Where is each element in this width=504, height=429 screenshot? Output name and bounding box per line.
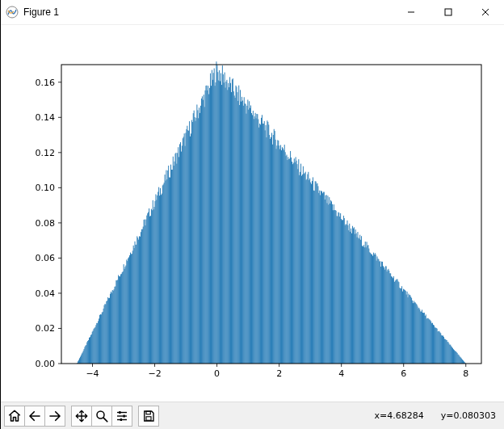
svg-rect-285: [287, 155, 288, 364]
app-icon: [6, 6, 19, 19]
svg-rect-367: [347, 225, 348, 364]
svg-rect-501: [448, 342, 449, 364]
svg-rect-177: [206, 86, 207, 364]
svg-rect-152: [187, 126, 187, 364]
svg-rect-200: [223, 74, 224, 364]
svg-rect-172: [202, 96, 203, 364]
x-tick-label: 8: [463, 368, 468, 379]
svg-rect-274: [278, 141, 279, 364]
svg-rect-188: [214, 69, 215, 364]
svg-rect-507: [452, 348, 453, 364]
titlebar: Figure 1: [1, 0, 504, 25]
minimize-button[interactable]: [393, 0, 430, 24]
configure-subplots-button[interactable]: [111, 406, 132, 427]
svg-rect-485: [436, 328, 437, 364]
svg-rect-466: [422, 309, 422, 364]
svg-rect-476: [429, 319, 430, 364]
move-icon: [74, 409, 89, 423]
svg-rect-448: [408, 294, 409, 364]
svg-rect-406: [377, 256, 378, 364]
svg-rect-377: [355, 229, 356, 364]
svg-rect-350: [335, 210, 336, 364]
zoom-button[interactable]: [91, 406, 112, 427]
svg-rect-457: [415, 302, 416, 364]
svg-rect-19: [87, 341, 88, 364]
svg-rect-322: [314, 191, 315, 364]
svg-rect-83: [135, 245, 136, 364]
svg-rect-313: [307, 175, 308, 364]
svg-rect-344: [330, 200, 331, 364]
forward-button[interactable]: [44, 406, 65, 427]
svg-rect-439: [401, 286, 402, 364]
home-button[interactable]: [4, 406, 25, 427]
svg-rect-53: [113, 291, 114, 364]
svg-rect-437: [400, 288, 401, 364]
pan-button[interactable]: [71, 406, 92, 427]
svg-rect-364: [346, 224, 346, 364]
svg-rect-323: [315, 181, 316, 364]
svg-rect-58: [116, 280, 117, 364]
svg-rect-373: [352, 226, 353, 364]
svg-rect-102: [149, 217, 150, 364]
svg-rect-48: [109, 298, 110, 364]
svg-rect-198: [221, 85, 222, 364]
plot-canvas[interactable]: −4−2024680.000.020.040.060.080.100.120.1…: [1, 25, 504, 402]
svg-rect-118: [162, 194, 162, 364]
svg-rect-62: [120, 276, 120, 364]
svg-rect-461: [418, 309, 418, 364]
svg-rect-381: [358, 238, 359, 364]
back-button[interactable]: [24, 406, 45, 427]
svg-rect-59: [117, 280, 118, 364]
svg-rect-65: [122, 272, 123, 364]
svg-rect-116: [160, 188, 161, 364]
svg-rect-379: [357, 238, 358, 364]
svg-rect-368: [348, 230, 349, 364]
svg-rect-143: [180, 142, 181, 364]
svg-rect-238: [251, 113, 252, 364]
save-button[interactable]: [138, 406, 159, 427]
svg-rect-75: [129, 255, 130, 364]
svg-rect-49: [110, 294, 111, 364]
svg-rect-35: [99, 315, 100, 364]
svg-rect-138: [176, 164, 177, 364]
svg-rect-475: [428, 319, 429, 364]
svg-rect-132: [172, 170, 173, 364]
close-button[interactable]: [467, 0, 504, 24]
svg-rect-405: [376, 261, 377, 364]
svg-rect-435: [398, 282, 399, 364]
svg-rect-158: [191, 120, 192, 364]
svg-rect-185: [212, 70, 212, 364]
svg-rect-301: [298, 159, 299, 364]
svg-rect-416: [384, 270, 385, 364]
svg-rect-548: [120, 418, 122, 421]
svg-rect-131: [171, 170, 172, 364]
maximize-button[interactable]: [430, 0, 467, 24]
svg-rect-79: [132, 250, 133, 364]
svg-rect-22: [90, 337, 90, 364]
svg-rect-197: [220, 74, 221, 364]
svg-rect-255: [264, 121, 265, 364]
svg-rect-393: [368, 246, 368, 364]
svg-rect-124: [166, 170, 166, 364]
svg-rect-278: [281, 150, 282, 364]
svg-rect-451: [410, 297, 411, 364]
svg-rect-357: [340, 213, 341, 364]
svg-rect-289: [289, 158, 290, 364]
svg-rect-233: [247, 99, 248, 364]
svg-rect-272: [276, 145, 277, 364]
svg-rect-105: [152, 210, 153, 364]
svg-rect-125: [166, 179, 167, 364]
svg-rect-390: [365, 242, 366, 364]
svg-rect-85: [136, 236, 137, 364]
svg-rect-434: [397, 281, 398, 364]
svg-rect-312: [307, 179, 308, 364]
svg-rect-271: [276, 149, 277, 364]
svg-rect-321: [313, 191, 314, 364]
y-tick-label: 0.14: [36, 112, 56, 123]
svg-rect-44: [106, 301, 107, 364]
svg-rect-77: [131, 254, 132, 364]
svg-rect-273: [277, 140, 278, 364]
svg-rect-199: [222, 65, 223, 364]
svg-rect-490: [439, 332, 440, 364]
svg-rect-32: [97, 323, 98, 364]
